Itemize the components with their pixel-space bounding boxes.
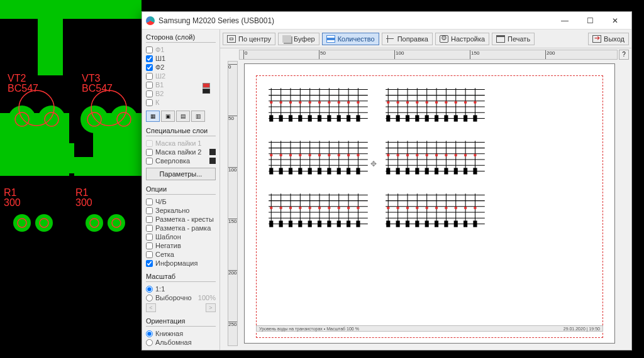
parameters-button[interactable]: Параметры... (146, 168, 216, 180)
svg-rect-229 (464, 220, 467, 227)
settings-button[interactable]: Настройка (435, 33, 489, 45)
layer-checkbox-Ш1[interactable] (146, 55, 153, 62)
option-checkbox[interactable] (146, 225, 153, 232)
print-dialog-window: Samsung M2020 Series (USB001) — ☐ ✕ Стор… (142, 11, 632, 350)
layer-row-Ш2[interactable]: Ш2 (146, 72, 216, 80)
mask2-row[interactable]: Маска пайки 2 (146, 148, 216, 156)
orientation-landscape-row[interactable]: Альбомная (146, 338, 216, 347)
option-checkbox[interactable] (146, 242, 153, 249)
close-button[interactable]: ✕ (602, 13, 628, 29)
layer-mode-4[interactable]: ▥ (191, 111, 205, 122)
svg-rect-158 (473, 168, 477, 174)
svg-rect-45 (308, 115, 312, 121)
svg-point-200 (318, 207, 321, 210)
options-title: Опции (146, 185, 216, 193)
scale-1-1-radio[interactable] (146, 286, 153, 293)
svg-rect-120 (337, 168, 341, 174)
svg-point-124 (279, 154, 282, 157)
layer-checkbox-Ф2[interactable] (146, 64, 153, 71)
svg-point-159 (387, 154, 390, 157)
option-checkbox[interactable] (146, 234, 153, 241)
option-row-Шаблон[interactable]: Шаблон (146, 232, 216, 241)
center-marker-icon[interactable]: ✥ (370, 160, 379, 168)
ruler-horizontal: 050100150200 (239, 50, 618, 60)
svg-rect-228 (454, 220, 458, 227)
scale-title: Масштаб (146, 273, 216, 280)
svg-point-162 (416, 154, 419, 157)
option-checkbox[interactable] (146, 251, 153, 258)
svg-rect-188 (298, 220, 302, 227)
svg-point-203 (347, 207, 350, 210)
settings-sidebar: Сторона (слой) Ф1Ш1Ф2Ш2В1В2К ▦ ▣ ▤ ▥ Спе… (142, 30, 220, 350)
circuit-tile (380, 136, 490, 181)
option-row-Негатив[interactable]: Негатив (146, 241, 216, 250)
layer-row-К[interactable]: К (146, 98, 216, 107)
ruler-h-tick: 50 (319, 50, 326, 59)
titlebar[interactable]: Samsung M2020 Series (USB001) — ☐ ✕ (142, 12, 631, 30)
preview-body: 050100150200 050100150200250 ? (220, 48, 631, 350)
svg-rect-187 (289, 220, 292, 227)
svg-point-9 (80, 106, 108, 133)
layer-checkbox-Ф1[interactable] (146, 46, 153, 53)
scale-inc-button[interactable]: > (206, 303, 216, 312)
help-button[interactable]: ? (619, 50, 629, 60)
minimize-button[interactable]: — (552, 13, 577, 29)
scale-1-1-row[interactable]: 1:1 (146, 285, 216, 293)
option-row-Разметка - рамка[interactable]: Разметка - рамка (146, 224, 216, 232)
center-button[interactable]: По центру (223, 33, 275, 45)
option-checkbox[interactable] (146, 216, 153, 223)
option-row-Ч/Б[interactable]: Ч/Б (146, 197, 216, 206)
option-checkbox[interactable] (146, 198, 153, 205)
adjust-button[interactable]: Поправка (382, 33, 433, 45)
svg-rect-44 (298, 115, 302, 121)
print-button[interactable]: Печать (492, 33, 535, 45)
svg-rect-117 (308, 168, 312, 174)
layer-row-Ф1[interactable]: Ф1 (146, 45, 216, 54)
option-row-Сетка[interactable]: Сетка (146, 250, 216, 259)
option-checkbox[interactable] (146, 260, 153, 267)
exit-button[interactable]: Выход (588, 33, 629, 45)
print-icon (496, 35, 505, 43)
layer-checkbox-В1[interactable] (146, 82, 153, 89)
buffer-button[interactable]: Буфер (278, 33, 319, 45)
scale-custom-row[interactable]: Выборочно 100% (146, 293, 216, 302)
layer-checkbox-Ш2[interactable] (146, 73, 153, 80)
layer-checkbox-К[interactable] (146, 99, 153, 106)
option-row-Разметка - кресты[interactable]: Разметка - кресты (146, 215, 216, 224)
svg-point-55 (308, 101, 311, 104)
orientation-portrait-radio[interactable] (146, 330, 153, 337)
scale-custom-radio[interactable] (146, 295, 153, 301)
layer-row-Ф2[interactable]: Ф2 (146, 63, 216, 72)
page-preview[interactable]: ✥ Уровень воды на транзисторах • Масштаб… (244, 63, 615, 344)
ruler-h-tick: 200 (545, 50, 555, 59)
svg-point-238 (455, 207, 458, 210)
layer-checkbox-В2[interactable] (146, 90, 153, 97)
svg-rect-86 (473, 115, 477, 121)
svg-point-96 (474, 101, 477, 104)
svg-point-51 (270, 101, 273, 104)
option-row-Зеркально[interactable]: Зеркально (146, 206, 216, 215)
drill-row[interactable]: Сверловка (146, 156, 216, 165)
option-checkbox[interactable] (146, 207, 153, 214)
svg-rect-115 (289, 168, 292, 174)
orientation-portrait-row[interactable]: Книжная (146, 329, 216, 338)
maximize-button[interactable]: ☐ (577, 13, 602, 29)
mask2-checkbox[interactable] (146, 149, 153, 156)
svg-rect-46 (318, 115, 321, 121)
layer-mode-1[interactable]: ▦ (146, 111, 160, 122)
layer-mode-2[interactable]: ▣ (161, 111, 175, 122)
svg-point-92 (435, 101, 438, 104)
drill-checkbox[interactable] (146, 158, 153, 165)
svg-point-7 (8, 106, 36, 133)
pcb-label-vt2: VT2 (8, 73, 26, 84)
scale-dec-button[interactable]: < (146, 303, 156, 312)
svg-rect-157 (464, 168, 467, 174)
option-row-Информация[interactable]: Информация (146, 259, 216, 268)
quantity-button[interactable]: Количество (322, 33, 379, 45)
options-group: Опции Ч/БЗеркальноРазметка - крестыРазме… (146, 185, 216, 268)
svg-rect-152 (415, 168, 419, 174)
ruler-h-tick: 0 (243, 50, 247, 59)
layer-row-Ш1[interactable]: Ш1 (146, 54, 216, 63)
orientation-landscape-radio[interactable] (146, 339, 153, 346)
layer-mode-3[interactable]: ▤ (176, 111, 190, 122)
